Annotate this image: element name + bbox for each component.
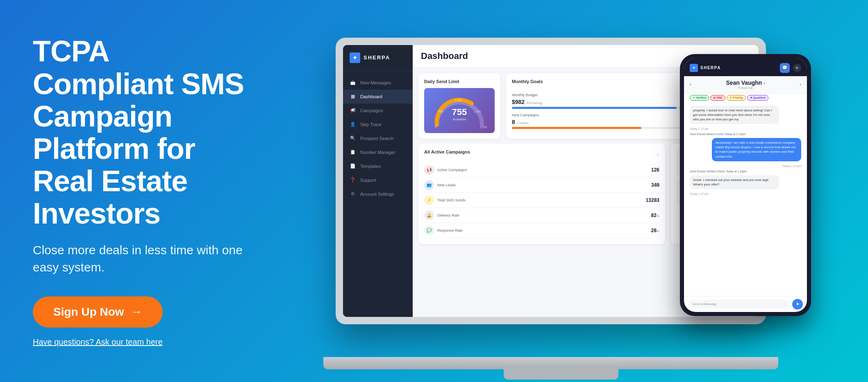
send-icon: ➤ [796, 301, 800, 307]
delivery-rate-stat: 🔔 Delivery Rate 82% [424, 208, 659, 223]
total-sms-icon: ⚡ [424, 195, 434, 205]
sidebar-item-support[interactable]: ❓ Support [343, 173, 413, 187]
sidebar-item-campaigns[interactable]: 📢 Campaigns [343, 104, 413, 118]
hero-section: TCPA Compliant SMS Campaign Platform for… [0, 0, 868, 382]
skip-trace-icon: 👤 [350, 121, 356, 128]
support-icon: ❓ [350, 177, 356, 183]
svg-text:0: 0 [435, 126, 436, 129]
phone-header-icons: 💬 ≡ [780, 63, 801, 73]
phone-body: ✦ SHERPA 💬 ≡ ‹ [680, 54, 811, 316]
contact-header: ‹ Sean Vaughn › Follow-Up › [684, 76, 807, 93]
sidebar-item-number-manager[interactable]: 📋 Number Manager [343, 145, 413, 159]
msg-note-1: Zack Russle Added a Note Today at 1:13pm [690, 133, 801, 136]
gauge-label: Available [452, 118, 467, 121]
campaigns-list: 📢 Active Campaigns 126 👥 New Leads 349 [424, 163, 659, 238]
campaigns-progress-fill [512, 127, 641, 129]
sidebar-item-new-messages[interactable]: 📩 New Messages [343, 76, 413, 90]
active-campaigns-icon: 📢 [424, 165, 434, 175]
delivery-rate-icon: 🔔 [424, 210, 434, 220]
contact-info: Sean Vaughn › Follow-Up [726, 79, 765, 90]
msg-time-1: Today 1:12 pm [690, 127, 801, 130]
new-leads-stat: 👥 New Leads 349 [424, 178, 659, 193]
ask-team-link[interactable]: Have questions? Ask our team here [33, 337, 254, 347]
gauge-container: 0 1,000 2,000 500 1,500 755 [424, 88, 495, 133]
response-rate-icon: 💬 [424, 226, 434, 235]
active-campaigns-stat: 📢 Active Campaigns 126 [424, 163, 659, 178]
svg-text:2,000: 2,000 [480, 126, 487, 129]
svg-text:1,500: 1,500 [474, 110, 481, 113]
phone-logo-icon: ✦ [690, 64, 698, 72]
new-messages-icon: 📩 [350, 79, 356, 86]
sidebar-item-templates[interactable]: 📄 Templates [343, 159, 413, 173]
phone-screen: ✦ SHERPA 💬 ≡ ‹ [684, 58, 807, 312]
daily-send-limit-title: Daily Send Limit [424, 79, 495, 84]
number-manager-icon: 📋 [350, 149, 356, 156]
phone-chat-icon[interactable]: 💬 [780, 63, 790, 73]
new-leads-icon: 👥 [424, 180, 434, 190]
contact-sub: Follow-Up [726, 86, 765, 90]
sidebar-logo-text: SHERPA [364, 54, 390, 61]
sidebar-nav: 📩 New Messages ▦ Dashboard 📢 Campaigns [343, 71, 413, 317]
phone-message-input[interactable]: Send a Message [688, 300, 790, 308]
prospect-search-icon: 🔍 [350, 135, 356, 142]
templates-icon: 📄 [350, 163, 356, 170]
sidebar: ✦ SHERPA 📩 New Messages ▦ Dashboard [343, 45, 413, 317]
forward-nav-icon[interactable]: › [800, 81, 801, 87]
msg-incoming-1: property. I would love to chat more abou… [690, 106, 779, 124]
campaigns-icon: 📢 [350, 107, 356, 114]
gauge-number: 755 [452, 107, 467, 118]
sidebar-item-skip-trace[interactable]: 👤 Skip Trace [343, 118, 413, 131]
msg-verified-1: Zack Russle Verified Owner Today at 1:16… [690, 170, 801, 173]
signup-button[interactable]: Sign Up Now → [33, 296, 163, 328]
svg-text:1,000: 1,000 [454, 99, 462, 102]
phone-logo: ✦ SHERPA [690, 64, 721, 72]
sidebar-item-prospect-search[interactable]: 🔍 Prospect Search [343, 131, 413, 145]
response-rate-stat: 💬 Response Rate 28% [424, 223, 659, 238]
phone-mockup: ✦ SHERPA 💬 ≡ ‹ [680, 54, 811, 316]
msg-time-3: Today 1:12 pm [690, 192, 801, 195]
dashboard-icon: ▦ [350, 93, 356, 100]
phone-bottom: Send a Message ➤ [684, 296, 807, 312]
laptop-mockup: ✦ SHERPA 📩 New Messages ▦ Dashboard [336, 38, 786, 357]
forward-arrow-icon: › [763, 81, 765, 86]
left-content: TCPA Compliant SMS Campaign Platform for… [0, 35, 254, 346]
sidebar-logo: ✦ SHERPA [343, 45, 413, 71]
msg-time-2: Today 1:12 pm [690, 165, 801, 167]
msg-outgoing-1: Absolutely! I am with a real estate inve… [712, 138, 801, 161]
right-content: ✦ SHERPA 📩 New Messages ▦ Dashboard [254, 0, 868, 382]
badge-verified: ✓ Verified [690, 95, 709, 101]
campaigns-header: All Active Campaigns ⌄ [424, 149, 659, 158]
contact-name: Sean Vaughn › [726, 79, 765, 86]
svg-text:500: 500 [438, 110, 443, 113]
badge-dnc: ⊘ DNC [710, 95, 725, 101]
monthly-goals-title: Monthly Goals [512, 79, 543, 84]
hero-subtitle: Close more deals in less time with one e… [33, 242, 254, 276]
hero-title: TCPA Compliant SMS Campaign Platform for… [33, 35, 254, 230]
daily-send-limit-card: Daily Send Limit [418, 73, 500, 139]
laptop-base-notch [504, 368, 618, 380]
sidebar-item-dashboard[interactable]: ▦ Dashboard [343, 90, 413, 104]
badge-qualified: ★ Qualified [747, 95, 768, 101]
sherpa-logo-icon: ✦ [350, 52, 360, 63]
campaigns-stats-card: All Active Campaigns ⌄ 📢 Active Campaign… [418, 144, 665, 244]
page-title: Dashboard [421, 51, 468, 61]
chat-area: property. I would love to chat more abou… [684, 102, 807, 296]
total-sms-stat: ⚡ Total SMS Sends 13283 [424, 193, 659, 208]
account-settings-icon: ⚙ [350, 191, 356, 197]
sidebar-item-account-settings[interactable]: ⚙ Account Settings [343, 187, 413, 201]
back-arrow-icon[interactable]: ‹ [690, 81, 691, 87]
phone-notch [729, 54, 762, 59]
campaigns-title: All Active Campaigns [424, 149, 470, 154]
laptop-base [323, 357, 778, 369]
msg-incoming-2: Great. I checked out your website and yo… [690, 175, 779, 189]
phone-header: ✦ SHERPA 💬 ≡ [684, 58, 807, 76]
budget-progress-fill [512, 107, 677, 109]
phone-send-button[interactable]: ➤ [792, 299, 803, 310]
chevron-down-icon[interactable]: ≡ [793, 64, 801, 72]
arrow-icon: → [131, 305, 142, 319]
contact-badges: ✓ Verified ⊘ DNC ✦ Priority ★ Qualified [684, 93, 807, 102]
badge-priority: ✦ Priority [727, 95, 745, 101]
